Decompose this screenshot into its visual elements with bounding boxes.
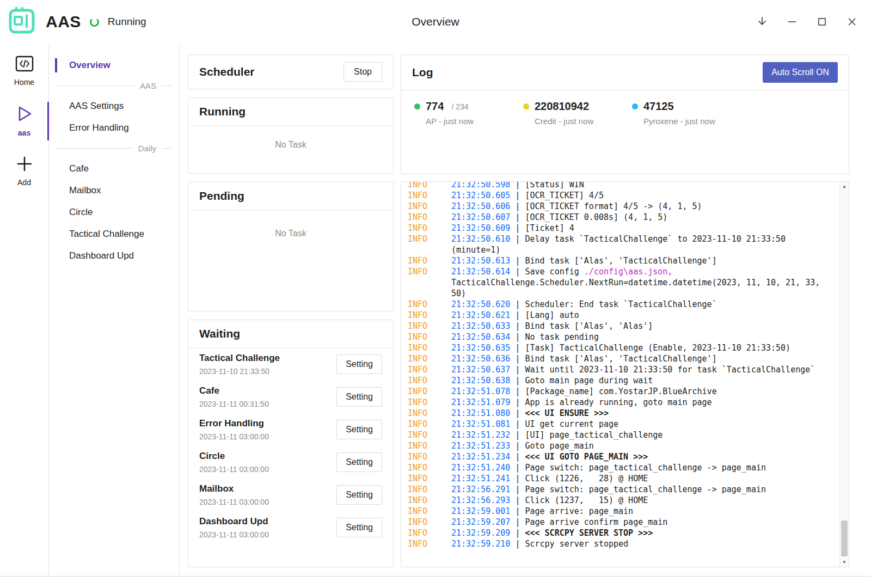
- log-line: INFO21:32:50.610 | Delay task `TacticalC…: [408, 234, 839, 255]
- stat-value: 774: [426, 100, 444, 113]
- rail-label: aas: [18, 128, 30, 137]
- setting-button[interactable]: Setting: [336, 354, 382, 374]
- rail-item-home[interactable]: Home: [0, 53, 48, 89]
- log-line: INFO21:32:50.614 | Save config ./config\…: [408, 266, 839, 299]
- pyroxene-dot-icon: [632, 103, 638, 109]
- log-console[interactable]: INFO21:32:50.598 | [Status] WININFO21:32…: [401, 181, 849, 567]
- menu-item-overview[interactable]: Overview: [49, 54, 179, 76]
- task-name: Tactical Challenge: [199, 353, 280, 364]
- plus-icon: [16, 156, 33, 174]
- rail-label: Home: [14, 78, 34, 87]
- menu-item-circle[interactable]: Circle: [49, 201, 179, 223]
- log-scrollbar[interactable]: ▲ ▼: [839, 182, 849, 567]
- stat-caption: Pyroxene - just now: [643, 117, 741, 126]
- task-name: Dashboard Upd: [199, 516, 269, 527]
- scheduler-title: Scheduler: [199, 65, 255, 78]
- dashboard-stats: 774 / 234 AP - just now 220810942 Credit…: [401, 90, 849, 126]
- stat-value: 47125: [643, 100, 674, 113]
- task-name: Mailbox: [199, 483, 269, 494]
- log-line: INFO21:32:56.291 | Page switch: page_tac…: [408, 484, 839, 495]
- rail-label: Add: [17, 178, 31, 187]
- log-line: INFO21:32:51.232 | [UI] page_tactical_ch…: [408, 430, 839, 440]
- update-download-icon[interactable]: [747, 5, 777, 38]
- ap-dot-icon: [414, 103, 420, 109]
- menu-item-mailbox[interactable]: Mailbox: [49, 180, 179, 201]
- app-logo-icon: [7, 5, 38, 39]
- task-time: 2023-11-11 03:00:00: [199, 432, 269, 441]
- task-name: Error Handling: [199, 418, 269, 429]
- auto-scroll-button[interactable]: Auto Scroll ON: [763, 62, 838, 83]
- running-card: Running No Task: [188, 97, 394, 174]
- stop-button[interactable]: Stop: [344, 62, 382, 82]
- stat-credit: 220810942 Credit - just now: [523, 100, 632, 126]
- menu-item-tactical-challenge[interactable]: Tactical Challenge: [49, 223, 179, 245]
- log-line: INFO21:32:59.209 | <<< SCRCPY SERVER STO…: [408, 528, 839, 538]
- log-line: INFO21:32:50.634 | No task pending: [408, 332, 839, 342]
- menu-item-aas-settings[interactable]: AAS Settings: [49, 95, 179, 117]
- waiting-task: Circle 2023-11-11 03:00:00 Setting: [188, 446, 393, 479]
- setting-button[interactable]: Setting: [336, 485, 382, 505]
- log-line: INFO21:32:59.001 | Page arrive: page_mai…: [408, 506, 839, 517]
- pending-empty-text: No Task: [188, 210, 393, 238]
- menu-sidebar: Overview AAS AAS Settings Error Handling…: [49, 44, 180, 576]
- maximize-icon[interactable]: [807, 5, 837, 38]
- scrollbar-thumb[interactable]: [841, 520, 848, 556]
- waiting-task: Mailbox 2023-11-11 03:00:00 Setting: [188, 479, 393, 511]
- log-line: INFO21:32:51.079 | App is already runnin…: [408, 397, 839, 408]
- log-line: INFO21:32:51.081 | UI get current page: [408, 419, 839, 430]
- task-name: Circle: [199, 451, 269, 462]
- menu-section-aas: AAS: [49, 76, 179, 95]
- minimize-icon[interactable]: [777, 5, 807, 38]
- menu-section-label: Daily: [138, 144, 156, 153]
- log-line: INFO21:32:50.609 | [Ticket] 4: [408, 223, 839, 234]
- log-line: INFO21:32:50.635 | [Task] TacticalChalle…: [408, 342, 839, 353]
- task-time: 2023-11-10 21:33:50: [199, 367, 280, 376]
- setting-button[interactable]: Setting: [336, 452, 382, 472]
- task-time: 2023-11-11 03:00:00: [199, 530, 269, 539]
- log-line: INFO21:32:50.621 | [Lang] auto: [408, 310, 839, 321]
- rail-item-aas[interactable]: aas: [0, 103, 48, 139]
- pending-title: Pending: [199, 189, 244, 203]
- scheduler-card: Scheduler Stop: [188, 54, 394, 89]
- log-line: INFO21:32:50.606 | [OCR_TICKET format] 4…: [408, 201, 839, 212]
- rail-item-add[interactable]: Add: [0, 154, 48, 189]
- waiting-card: Waiting Tactical Challenge 2023-11-10 21…: [188, 320, 394, 567]
- stat-ap: 774 / 234 AP - just now: [414, 100, 523, 126]
- menu-item-error-handling[interactable]: Error Handling: [49, 117, 179, 139]
- play-icon: [16, 105, 33, 125]
- log-line: INFO21:32:50.633 | Bind task ['Alas', 'A…: [408, 321, 839, 332]
- scroll-up-icon[interactable]: ▲: [840, 182, 849, 191]
- stat-caption: AP - just now: [426, 117, 523, 126]
- credit-dot-icon: [523, 103, 529, 109]
- menu-section-label: AAS: [140, 81, 156, 90]
- close-icon[interactable]: [837, 5, 867, 38]
- log-line: INFO21:32:50.638 | Goto main page during…: [408, 375, 839, 386]
- pending-card: Pending No Task: [188, 182, 394, 311]
- waiting-task: Tactical Challenge 2023-11-10 21:33:50 S…: [188, 348, 393, 381]
- stat-pyroxene: 47125 Pyroxene - just now: [632, 100, 741, 126]
- log-line: INFO21:32:51.241 | Click (1226, 28) @ HO…: [408, 473, 839, 484]
- menu-item-cafe[interactable]: Cafe: [49, 158, 179, 180]
- stat-value: 220810942: [535, 100, 589, 113]
- page-title: Overview: [412, 15, 459, 28]
- code-window-icon: [15, 56, 34, 74]
- log-line: INFO21:32:51.078 | [Package_name] com.Yo…: [408, 386, 839, 397]
- log-line: INFO21:32:56.293 | Click (1237, 15) @ HO…: [408, 495, 839, 506]
- running-spinner-icon: [90, 17, 99, 27]
- log-line: INFO21:32:51.234 | <<< UI GOTO PAGE_MAIN…: [408, 451, 839, 462]
- setting-button[interactable]: Setting: [336, 420, 382, 439]
- log-line: INFO21:32:50.598 | [Status] WIN: [408, 181, 839, 190]
- main-content: Scheduler Stop Running No Task Pending N…: [180, 44, 871, 576]
- setting-button[interactable]: Setting: [336, 387, 382, 407]
- titlebar: AAS Running Overview: [0, 0, 871, 44]
- task-name: Cafe: [199, 385, 269, 396]
- log-column: Log Auto Scroll ON 774 / 234 AP - just n…: [401, 54, 849, 567]
- menu-item-dashboard-upd[interactable]: Dashboard Upd: [49, 245, 179, 267]
- log-lines: INFO21:32:50.598 | [Status] WININFO21:32…: [408, 181, 839, 549]
- log-line: INFO21:32:50.613 | Bind task ['Alas', 'T…: [408, 255, 839, 266]
- setting-button[interactable]: Setting: [336, 518, 382, 537]
- scroll-down-icon[interactable]: ▼: [840, 558, 849, 567]
- log-line: INFO21:32:50.607 | [OCR_TICKET 0.008s] (…: [408, 212, 839, 223]
- window-controls: [747, 0, 867, 44]
- log-line: INFO21:32:59.210 | Scrcpy server stopped: [408, 538, 839, 549]
